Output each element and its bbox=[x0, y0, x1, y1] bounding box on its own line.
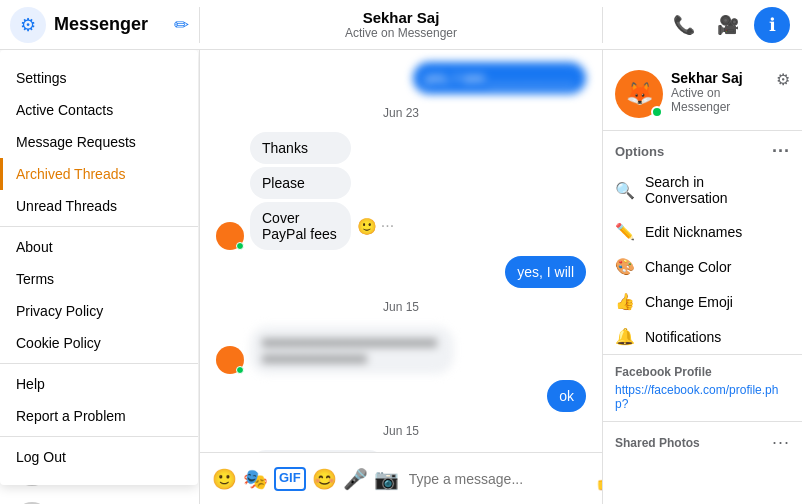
info-button[interactable]: ℹ bbox=[754, 7, 790, 43]
message-row: yes, I see.___________ bbox=[216, 62, 586, 94]
message-bubble: ok bbox=[547, 380, 586, 412]
chat-area: yes, I see.___________ Jun 23 Thanks Ple… bbox=[200, 50, 602, 504]
dropdown-message-requests[interactable]: Message Requests bbox=[0, 126, 198, 158]
message-row: ok bbox=[216, 380, 586, 412]
message-bubble: xxxxxxxxxxxxxxxxxxxxxxxxxxxxxxxxxxxxxxxx bbox=[250, 326, 454, 374]
dropdown-privacy-policy[interactable]: Privacy Policy bbox=[0, 295, 198, 327]
dropdown-about[interactable]: About bbox=[0, 231, 198, 263]
profile-section: 🦊 Sekhar Saj Active on Messenger ⚙ bbox=[603, 62, 802, 131]
message-bubble: Cover PayPal fees bbox=[250, 202, 351, 250]
options-header: Options ··· bbox=[603, 131, 802, 166]
dropdown-menu: Settings Active Contacts Message Request… bbox=[0, 50, 198, 485]
video-button[interactable]: 🎥 bbox=[710, 7, 746, 43]
message-bubble: Thanks bbox=[250, 132, 351, 164]
dropdown-active-contacts[interactable]: Active Contacts bbox=[0, 94, 198, 126]
more-options[interactable]: ··· bbox=[381, 217, 394, 235]
right-panel: 🦊 Sekhar Saj Active on Messenger ⚙ Optio… bbox=[602, 50, 802, 504]
profile-status: Active on Messenger bbox=[671, 86, 768, 114]
fb-profile-section: Facebook Profile https://facebook.com/pr… bbox=[603, 354, 802, 421]
messages-container: yes, I see.___________ Jun 23 Thanks Ple… bbox=[200, 50, 602, 452]
input-bar: 🙂 🎭 GIF 😊 🎤 📷 👍 bbox=[200, 452, 602, 504]
message-bubble: yes, I will bbox=[505, 256, 586, 288]
option-label: Edit Nicknames bbox=[645, 224, 742, 240]
option-notifications[interactable]: 🔔 Notifications bbox=[603, 319, 802, 354]
color-icon: 🎨 bbox=[615, 257, 635, 276]
call-button[interactable]: 📞 bbox=[666, 7, 702, 43]
date-divider: Jun 23 bbox=[216, 106, 586, 120]
profile-name: Sekhar Saj bbox=[671, 70, 768, 86]
message-input[interactable] bbox=[409, 471, 584, 487]
fb-profile-label: Facebook Profile bbox=[615, 365, 790, 379]
message-bubble: Please bbox=[250, 167, 351, 199]
message-row: xxxxxxxxxxxxxxxxxxxxxxxxxxxxxxxxxxxxxxxx bbox=[216, 326, 586, 374]
avatar bbox=[216, 222, 244, 250]
date-divider: Jun 15 bbox=[216, 300, 586, 314]
emoji-icon: 👍 bbox=[615, 292, 635, 311]
message-actions: 🙂 ··· bbox=[357, 217, 394, 236]
sidebar: Settings Active Contacts Message Request… bbox=[0, 50, 200, 504]
profile-top: 🦊 Sekhar Saj Active on Messenger ⚙ bbox=[615, 70, 790, 118]
option-label: Notifications bbox=[645, 329, 721, 345]
message-with-actions: Cover PayPal fees 🙂 ··· bbox=[250, 202, 433, 250]
search-icon: 🔍 bbox=[615, 181, 635, 200]
option-change-color[interactable]: 🎨 Change Color bbox=[603, 249, 802, 284]
fb-profile-link[interactable]: https://facebook.com/profile.php? bbox=[615, 383, 790, 411]
dropdown-report-problem[interactable]: Report a Problem bbox=[0, 400, 198, 432]
option-label: Change Color bbox=[645, 259, 731, 275]
mic-button[interactable]: 🎤 bbox=[343, 467, 368, 491]
edit-icon: ✏️ bbox=[615, 222, 635, 241]
option-change-emoji[interactable]: 👍 Change Emoji bbox=[603, 284, 802, 319]
option-label: Search in Conversation bbox=[645, 174, 790, 206]
dropdown-unread-threads[interactable]: Unread Threads bbox=[0, 190, 198, 222]
gif-button[interactable]: GIF bbox=[274, 467, 306, 491]
input-icons: 🙂 🎭 GIF 😊 🎤 📷 bbox=[212, 467, 399, 491]
dropdown-settings[interactable]: Settings bbox=[0, 62, 198, 94]
dropdown-section-1: Settings Active Contacts Message Request… bbox=[0, 58, 198, 226]
profile-info: Sekhar Saj Active on Messenger bbox=[671, 70, 768, 114]
option-search[interactable]: 🔍 Search in Conversation bbox=[603, 166, 802, 214]
message-row: yes, I will bbox=[216, 256, 586, 288]
date-divider: Jun 15 bbox=[216, 424, 586, 438]
send-like-button[interactable]: 👍 bbox=[594, 465, 602, 493]
message-row: Thanks Please Cover PayPal fees 🙂 ··· bbox=[216, 132, 586, 250]
dropdown-help[interactable]: Help bbox=[0, 368, 198, 400]
notification-icon: 🔔 bbox=[615, 327, 635, 346]
message-group: Thanks Please Cover PayPal fees 🙂 ··· bbox=[250, 132, 433, 250]
emoji-reaction[interactable]: 🙂 bbox=[357, 217, 377, 236]
shared-photos-section: Shared Photos ··· bbox=[603, 421, 802, 463]
camera-button[interactable]: 📷 bbox=[374, 467, 399, 491]
option-label: Change Emoji bbox=[645, 294, 733, 310]
options-more-button[interactable]: ··· bbox=[772, 141, 790, 162]
sticker-button[interactable]: 🎭 bbox=[243, 467, 268, 491]
messenger-title: Messenger bbox=[54, 14, 166, 35]
dropdown-terms[interactable]: Terms bbox=[0, 263, 198, 295]
dropdown-logout[interactable]: Log Out bbox=[0, 441, 198, 473]
shared-photos-label: Shared Photos bbox=[615, 436, 700, 450]
message-bubble: yes, I see.___________ bbox=[413, 62, 586, 94]
dropdown-section-3: Help Report a Problem bbox=[0, 363, 198, 436]
shared-photos-more[interactable]: ··· bbox=[772, 432, 790, 453]
dropdown-section-2: About Terms Privacy Policy Cookie Policy bbox=[0, 226, 198, 363]
compose-icon[interactable]: ✏ bbox=[174, 14, 189, 36]
profile-avatar: 🦊 bbox=[615, 70, 663, 118]
messenger-logo-icon[interactable]: ⚙ bbox=[10, 7, 46, 43]
profile-settings-button[interactable]: ⚙ bbox=[776, 70, 790, 89]
emoji-button[interactable]: 🙂 bbox=[212, 467, 237, 491]
option-edit-nicknames[interactable]: ✏️ Edit Nicknames bbox=[603, 214, 802, 249]
dropdown-archived-threads[interactable]: Archived Threads bbox=[0, 158, 198, 190]
emoji2-button[interactable]: 😊 bbox=[312, 467, 337, 491]
sidebar-item-jannat[interactable]: Jannat Yasser Okey May 16 bbox=[0, 494, 199, 504]
dropdown-cookie-policy[interactable]: Cookie Policy bbox=[0, 327, 198, 359]
chat-status: Active on Messenger bbox=[345, 26, 457, 40]
options-label: Options bbox=[615, 144, 664, 159]
dropdown-section-4: Log Out bbox=[0, 436, 198, 477]
chat-title: Sekhar Saj bbox=[363, 9, 440, 26]
avatar bbox=[216, 346, 244, 374]
